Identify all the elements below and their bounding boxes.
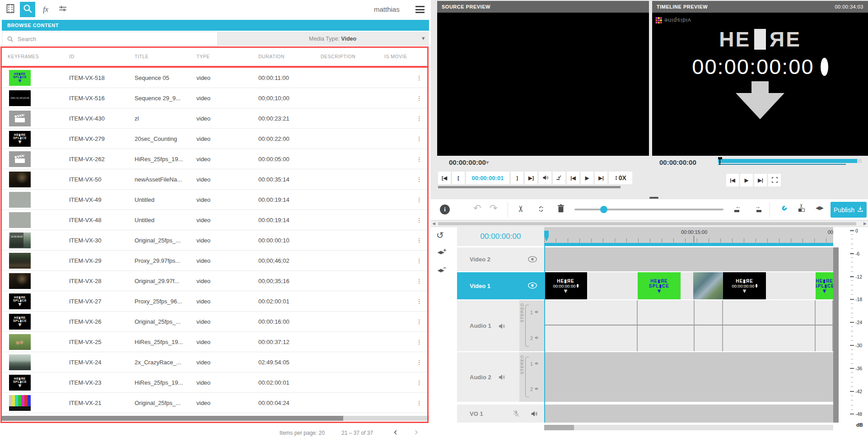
goto-in-button[interactable]: [◀ xyxy=(438,172,451,184)
previous-frame-button[interactable]: |◀ xyxy=(567,172,579,184)
timeline-zoom-slider[interactable] xyxy=(574,209,723,210)
timeline-clip-splice[interactable]: HE▮ЯESPL▮CE▼ xyxy=(816,272,833,299)
column-title[interactable]: TITLE xyxy=(135,47,149,66)
timeline-seek-bar[interactable] xyxy=(718,159,862,163)
media-type-filter[interactable]: Media Type: Video xyxy=(309,32,356,46)
track-header-video2[interactable]: Video 2 xyxy=(457,247,544,271)
timeline-clip-countdown[interactable]: HE▮ЯE00:00:00:00▼ xyxy=(723,272,766,299)
row-menu-button[interactable]: ⋮ xyxy=(415,291,424,312)
column-type[interactable]: TYPE xyxy=(196,47,210,66)
column-description[interactable]: DESCRIPTION xyxy=(321,47,355,66)
table-row[interactable]: CM1 01;00;00;00 ITEM-VX-516 Sequence 29_… xyxy=(0,88,429,108)
timeline-horizontal-scrollbar[interactable]: ◀ ▶ xyxy=(431,221,868,226)
table-row[interactable]: 10:00:00:00 ITEM-VX-30 Original_25fps_..… xyxy=(0,230,429,251)
row-menu-button[interactable]: ⋮ xyxy=(415,68,424,88)
table-row[interactable]: ITEM-VX-25 HiRes_25fps_19... video 00:00… xyxy=(0,332,429,352)
items-per-page[interactable]: Items per page: 20 xyxy=(280,430,325,436)
snap-button[interactable] xyxy=(779,204,789,215)
table-horizontal-scrollbar[interactable] xyxy=(2,416,429,421)
media-panel-button[interactable] xyxy=(3,2,18,17)
delete-button[interactable] xyxy=(556,204,565,215)
column-duration[interactable]: DURATION xyxy=(258,47,285,66)
row-menu-button[interactable]: ⋮ xyxy=(415,393,424,413)
speaker-icon[interactable] xyxy=(530,410,538,417)
channel-speaker-icon[interactable] xyxy=(534,310,539,315)
unlink-button[interactable] xyxy=(537,205,546,215)
track-lane-audio1[interactable] xyxy=(544,300,833,351)
play-button[interactable]: ▶ xyxy=(581,172,593,184)
goto-out-button[interactable]: ▶] xyxy=(525,172,537,184)
table-row[interactable]: HE▮ЯESPL▮CE▼ ITEM-VX-23 HiRes_25fps_19..… xyxy=(0,372,429,393)
row-menu-button[interactable]: ⋮ xyxy=(415,230,424,251)
speaker-icon[interactable] xyxy=(498,322,505,330)
timeline-clip-countdown[interactable]: HE▮ЯE00:00:00:00▼ xyxy=(544,272,587,299)
publish-button[interactable]: Publish xyxy=(831,202,867,218)
audio-clip-segment[interactable] xyxy=(638,300,695,325)
table-row[interactable]: HE▮ЯESPL▮CE▼ ITEM-VX-27 Proxy_25fps_96..… xyxy=(0,291,429,312)
fit-timeline-button[interactable]: ◀|▶ xyxy=(816,205,823,211)
mark-out-button[interactable]: ] xyxy=(511,172,523,184)
track-lane-video1[interactable]: HE▮ЯE00:00:00:00▼HE▮ЯESPL▮CE▼HE▮ЯE00:00:… xyxy=(544,272,833,299)
channel-speaker-icon[interactable] xyxy=(534,361,539,367)
audio-clip-segment[interactable] xyxy=(544,326,638,351)
scroll-left-arrow[interactable]: ◀ xyxy=(432,221,435,226)
table-row[interactable]: ITEM-VX-29 Proxy_29.97fps... video 00;00… xyxy=(0,251,429,271)
visibility-toggle[interactable] xyxy=(527,256,537,263)
row-menu-button[interactable]: ⋮ xyxy=(415,210,424,230)
visibility-toggle[interactable] xyxy=(527,282,537,289)
scroll-right-arrow[interactable]: ▶ xyxy=(863,221,867,226)
timeline-clip-splice[interactable]: HE▮ЯESPL▮CE▼ xyxy=(638,272,681,299)
insert-to-timeline-button[interactable] xyxy=(553,172,565,184)
volume-button[interactable] xyxy=(539,172,551,184)
table-row[interactable]: HE▮ЯESPL▮CE▼ ITEM-VX-518 Sequence 05 vid… xyxy=(0,68,429,88)
audio-clip-segment[interactable] xyxy=(695,326,723,351)
track-header-vo1[interactable]: VO 1 xyxy=(457,405,544,423)
chevron-down-icon[interactable]: ▾ xyxy=(486,159,489,166)
seek-playhead[interactable] xyxy=(718,157,722,159)
redo-button[interactable]: ↷ xyxy=(490,203,498,214)
track-header-video1[interactable]: Video 1 xyxy=(457,272,544,299)
next-page-button[interactable]: › xyxy=(415,426,418,438)
undo-button[interactable]: ↶ xyxy=(473,203,481,214)
mic-muted-icon[interactable] xyxy=(512,409,520,418)
audio-clip-segment[interactable] xyxy=(544,300,638,325)
row-menu-button[interactable]: ⋮ xyxy=(415,251,424,271)
audio-clip-segment[interactable] xyxy=(638,326,695,351)
row-menu-button[interactable]: ⋮ xyxy=(415,271,424,291)
effects-button[interactable]: fx xyxy=(38,2,53,17)
info-button[interactable]: i xyxy=(440,205,450,214)
channel-speaker-icon[interactable] xyxy=(534,386,539,392)
source-frame-timecode[interactable]: 00:00:00:01 xyxy=(466,172,509,184)
trim-right-button[interactable]: → xyxy=(751,205,761,213)
column-keyframes[interactable]: KEYFRAMES xyxy=(8,47,39,66)
reset-zoom-button[interactable]: ↺ xyxy=(436,230,444,241)
audio-clip-segment[interactable] xyxy=(816,300,833,325)
timeline-ruler[interactable]: 00:00:15:00 00 xyxy=(544,227,833,246)
search-tab-button[interactable] xyxy=(20,2,35,17)
table-row[interactable]: ITEM-VX-24 2x_CrazyRace_... video 02:49:… xyxy=(0,352,429,372)
audio-clip-segment[interactable] xyxy=(723,326,816,351)
table-row[interactable]: ITEM-VX-28 Original_29.97f... video 00;0… xyxy=(0,271,429,291)
timeline-preview-viewport[interactable]: vidispine HEЯE 00:00:00:00 xyxy=(652,13,868,156)
row-menu-button[interactable]: ⋮ xyxy=(415,169,424,190)
row-menu-button[interactable]: ⋮ xyxy=(415,108,424,129)
row-menu-button[interactable]: ⋮ xyxy=(415,332,424,352)
row-menu-button[interactable]: ⋮ xyxy=(415,149,424,169)
track-lane-video2[interactable] xyxy=(544,247,833,271)
previous-frame-button[interactable]: |◀ xyxy=(726,174,739,186)
source-preview-viewport[interactable] xyxy=(437,13,649,156)
remove-track-button[interactable] xyxy=(436,266,447,277)
cut-button[interactable]: ✂ xyxy=(516,205,526,213)
current-timecode[interactable]: 00:00:00:00 xyxy=(457,227,544,246)
audio-clip-segment[interactable] xyxy=(695,300,723,325)
trim-left-button[interactable]: ← xyxy=(734,205,744,213)
playback-speed-control[interactable]: ▲▼ 0X xyxy=(609,172,632,184)
table-row[interactable]: ITEM-VX-262 HiRes_25fps_19... video 00:0… xyxy=(0,149,429,169)
timeline-bottom-scrollbar[interactable] xyxy=(544,425,833,430)
column-is-movie[interactable]: IS MOVIE xyxy=(384,47,407,66)
timeline-clip-photo[interactable] xyxy=(693,272,723,299)
timeline-vertical-scrollbar[interactable] xyxy=(833,247,839,423)
channel-speaker-icon[interactable] xyxy=(534,335,539,341)
next-frame-button[interactable]: ▶| xyxy=(754,174,767,186)
track-header-audio1[interactable]: Audio 1 xyxy=(457,300,519,351)
